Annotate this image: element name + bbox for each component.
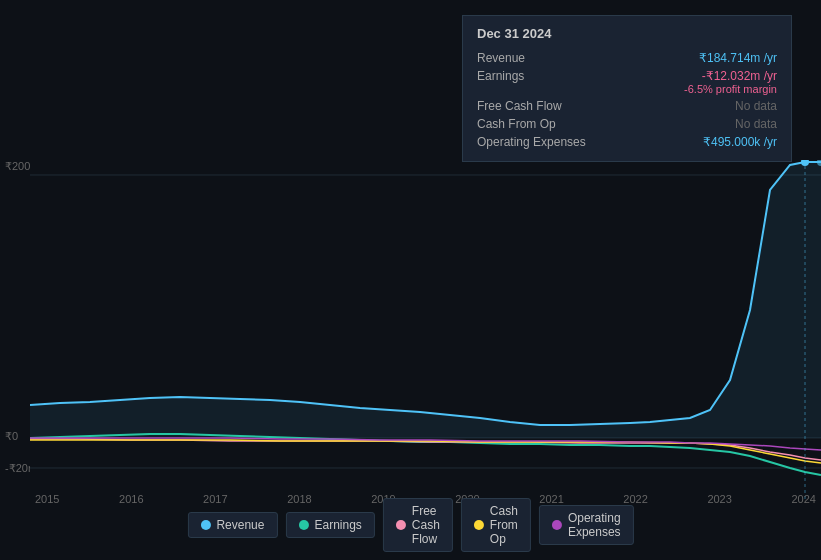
tooltip-profit-margin: -6.5% profit margin [477,83,777,95]
tooltip-fcf-value: No data [735,99,777,113]
legend-revenue-label: Revenue [216,518,264,532]
tooltip-profit-margin-value: -6.5% profit margin [684,83,777,95]
tooltip-earnings-label: Earnings [477,69,607,83]
tooltip-revenue-label: Revenue [477,51,607,65]
tooltip-date: Dec 31 2024 [477,26,777,41]
tooltip-cashfromop-label: Cash From Op [477,117,607,131]
chart-legend: Revenue Earnings Free Cash Flow Cash Fro… [187,498,633,552]
x-label-2023: 2023 [707,493,731,505]
legend-cashfromop-label: Cash From Op [490,504,518,546]
legend-revenue-dot [200,520,210,530]
tooltip-earnings-value: -₹12.032m /yr [702,69,777,83]
tooltip-revenue-value: ₹184.714m /yr [699,51,777,65]
legend-earnings-dot [298,520,308,530]
tooltip-fcf-row: Free Cash Flow No data [477,97,777,115]
x-label-2015: 2015 [35,493,59,505]
chart-tooltip: Dec 31 2024 Revenue ₹184.714m /yr Earnin… [462,15,792,162]
legend-opex-label: Operating Expenses [568,511,621,539]
legend-cashfromop-dot [474,520,484,530]
legend-earnings-label: Earnings [314,518,361,532]
y-axis-0: ₹0 [5,430,18,443]
tooltip-revenue-row: Revenue ₹184.714m /yr [477,49,777,67]
tooltip-cashfromop-row: Cash From Op No data [477,115,777,133]
tooltip-fcf-label: Free Cash Flow [477,99,607,113]
legend-revenue[interactable]: Revenue [187,512,277,538]
tooltip-cashfromop-value: No data [735,117,777,131]
tooltip-opex-value: ₹495.000k /yr [703,135,777,149]
x-label-2016: 2016 [119,493,143,505]
legend-earnings[interactable]: Earnings [285,512,374,538]
tooltip-opex-label: Operating Expenses [477,135,607,149]
legend-opex-dot [552,520,562,530]
tooltip-opex-row: Operating Expenses ₹495.000k /yr [477,133,777,151]
legend-fcf-label: Free Cash Flow [412,504,440,546]
chart-svg [30,160,821,500]
legend-fcf[interactable]: Free Cash Flow [383,498,453,552]
legend-fcf-dot [396,520,406,530]
legend-cashfromop[interactable]: Cash From Op [461,498,531,552]
x-label-2024: 2024 [791,493,815,505]
legend-opex[interactable]: Operating Expenses [539,505,634,545]
